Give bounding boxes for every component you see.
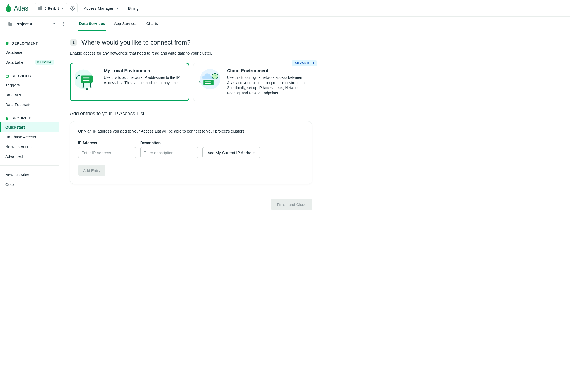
sidebar-item-database[interactable]: Database <box>0 47 59 57</box>
sidebar-item-database-access[interactable]: Database Access <box>0 132 59 142</box>
folder-icon <box>8 22 13 26</box>
sidebar-item-label: Goto <box>5 182 14 187</box>
org-settings-button[interactable] <box>67 3 78 13</box>
option-desc: Use this to configure network access bet… <box>227 75 307 96</box>
option-cloud-environment[interactable]: ADVANCED Cloud Environment <box>193 63 312 101</box>
ip-address-input[interactable] <box>78 147 136 158</box>
project-name: Project 0 <box>15 22 32 26</box>
connection-option-row: My Local Environment Use this to add net… <box>70 63 312 101</box>
database-stack-icon <box>5 42 9 45</box>
cloud-illust <box>198 68 222 92</box>
tab-data-services[interactable]: Data Services <box>78 17 106 31</box>
svg-rect-7 <box>6 75 9 77</box>
option-local-environment[interactable]: My Local Environment Use this to add net… <box>70 63 189 101</box>
sidebar-item-triggers[interactable]: Triggers <box>0 80 59 90</box>
sub-nav: Project 0 ▼ Data Services App Services C… <box>0 17 570 31</box>
sidebar-item-data-lake[interactable]: Data Lake PREVIEW <box>0 57 59 67</box>
step-header: 2 Where would you like to connect from? <box>70 39 312 46</box>
services-icon <box>5 74 9 78</box>
option-title: My Local Environment <box>104 68 184 74</box>
svg-point-3 <box>63 22 64 23</box>
sidebar-item-label: Quickstart <box>5 125 25 129</box>
add-entry-button[interactable]: Add Entry <box>78 165 105 176</box>
svg-point-17 <box>86 88 88 90</box>
caret-down-icon: ▼ <box>61 7 64 10</box>
sidebar-item-data-federation[interactable]: Data Federation <box>0 100 59 109</box>
sidebar-divider <box>0 165 59 166</box>
ip-field-row: IP Address Description Add My Current IP… <box>78 141 304 158</box>
sidebar-item-goto[interactable]: Goto <box>0 180 59 189</box>
sidebar-item-network-access[interactable]: Network Access <box>0 142 59 151</box>
access-manager-label: Access Manager <box>84 6 113 11</box>
finish-close-button[interactable]: Finish and Close <box>271 199 312 210</box>
svg-point-18 <box>90 86 91 88</box>
logo[interactable]: Atlas <box>5 4 28 12</box>
ip-list-heading: Add entries to your IP Access List <box>70 111 312 116</box>
step-title: Where would you like to connect from? <box>81 39 191 46</box>
sidebar-item-data-api[interactable]: Data API <box>0 90 59 100</box>
kebab-icon <box>63 22 64 26</box>
svg-rect-8 <box>6 118 8 120</box>
ip-address-label: IP Address <box>78 141 136 145</box>
sidebar-item-label: New On Atlas <box>5 173 29 177</box>
sidebar-section-label: SECURITY <box>12 116 31 120</box>
tab-charts[interactable]: Charts <box>145 17 159 31</box>
sidebar-item-advanced[interactable]: Advanced <box>0 151 59 161</box>
sidebar-item-new-on-atlas[interactable]: New On Atlas <box>0 170 59 180</box>
sidebar-section-deployment: DEPLOYMENT <box>0 39 59 47</box>
description-input[interactable] <box>140 147 198 158</box>
svg-point-4 <box>63 23 64 24</box>
top-nav: Atlas Jitterbit ▼ Access Manager ▼ Billi… <box>0 0 570 17</box>
sidebar-item-label: Database <box>5 50 22 55</box>
project-selector[interactable]: Project 0 ▼ <box>5 19 58 28</box>
sidebar-item-label: Data Lake <box>5 60 23 65</box>
sidebar-item-label: Advanced <box>5 154 23 159</box>
billing-link[interactable]: Billing <box>125 4 142 13</box>
svg-rect-0 <box>38 7 40 10</box>
billing-label: Billing <box>128 6 139 11</box>
sidebar-section-label: SERVICES <box>12 74 31 78</box>
step-number-circle: 2 <box>70 39 77 46</box>
sidebar: DEPLOYMENT Database Data Lake PREVIEW SE… <box>0 31 59 237</box>
caret-down-icon: ▼ <box>116 7 119 10</box>
sidebar-section-label: DEPLOYMENT <box>12 41 38 45</box>
gear-icon <box>70 6 75 11</box>
svg-point-2 <box>72 8 73 9</box>
main-content: 2 Where would you like to connect from? … <box>59 31 323 237</box>
tab-label: Charts <box>146 21 158 26</box>
option-title: Cloud Environment <box>227 68 307 74</box>
svg-rect-21 <box>203 80 214 85</box>
lock-icon <box>5 116 9 120</box>
sidebar-section-security: SECURITY <box>0 114 59 122</box>
description-label: Description <box>140 141 198 145</box>
leaf-icon <box>5 4 12 12</box>
tab-label: App Services <box>114 21 137 26</box>
org-selector[interactable]: Jitterbit ▼ <box>35 3 67 13</box>
project-more-button[interactable] <box>60 22 67 26</box>
ip-access-panel: Only an IP address you add to your Acces… <box>70 121 312 184</box>
sidebar-item-label: Database Access <box>5 135 36 139</box>
sidebar-item-label: Data Federation <box>5 102 34 107</box>
sidebar-item-label: Network Access <box>5 144 33 149</box>
tab-label: Data Services <box>79 21 105 26</box>
org-name: Jitterbit <box>44 6 59 11</box>
tab-app-services[interactable]: App Services <box>113 17 138 31</box>
tab-row: Data Services App Services Charts <box>78 17 159 31</box>
sidebar-section-services: SERVICES <box>0 72 59 80</box>
footer-row: Finish and Close <box>70 199 312 210</box>
access-manager-link[interactable]: Access Manager ▼ <box>81 4 122 13</box>
brand-text: Atlas <box>14 4 28 12</box>
svg-point-19 <box>200 69 220 89</box>
svg-point-5 <box>63 25 64 26</box>
panel-note: Only an IP address you add to your Acces… <box>78 129 304 133</box>
preview-badge: PREVIEW <box>35 60 54 65</box>
svg-rect-10 <box>81 76 93 83</box>
org-icon <box>38 6 42 10</box>
caret-down-icon: ▼ <box>53 22 55 25</box>
sidebar-item-label: Data API <box>5 92 21 97</box>
svg-rect-1 <box>40 6 42 10</box>
sidebar-item-quickstart[interactable]: Quickstart <box>0 122 59 132</box>
advanced-badge: ADVANCED <box>292 60 317 66</box>
add-current-ip-button[interactable]: Add My Current IP Address <box>202 147 260 158</box>
step-subtitle: Enable access for any network(s) that ne… <box>70 51 312 55</box>
